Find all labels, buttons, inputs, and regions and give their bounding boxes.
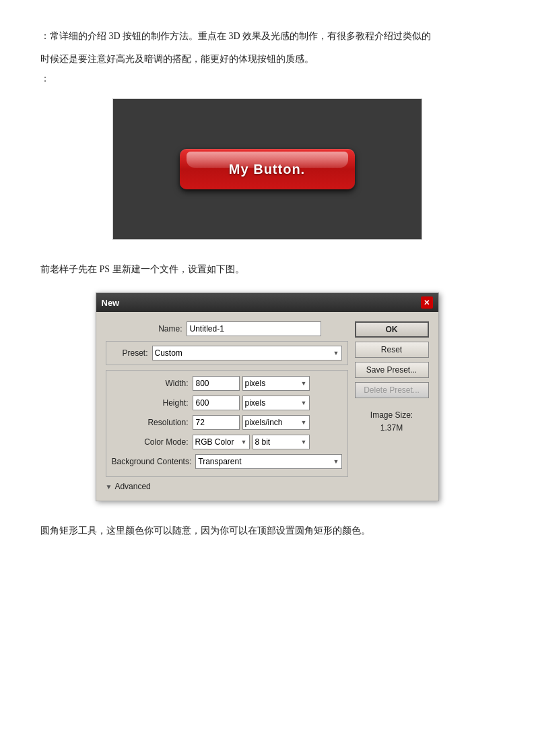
height-row: Height: pixels inches cm: [112, 396, 342, 410]
dialog-titlebar: New ✕: [96, 293, 438, 312]
width-row: Width: pixels inches cm: [112, 376, 342, 391]
dialog-close-button[interactable]: ✕: [421, 296, 433, 309]
width-unit-wrapper: pixels inches cm: [242, 376, 310, 391]
color-mode-select-wrapper: RGB Color Grayscale CMYK Color: [193, 435, 250, 449]
name-label: Name:: [106, 324, 187, 334]
advanced-chevron-icon: ▼: [106, 483, 112, 491]
advanced-row: ▼ Advanced: [106, 482, 348, 491]
save-preset-button[interactable]: Save Preset...: [355, 362, 429, 378]
color-mode-select[interactable]: RGB Color Grayscale CMYK Color: [193, 435, 250, 449]
bg-contents-row: Background Contents: Transparent White B…: [112, 454, 342, 469]
height-unit-wrapper: pixels inches cm: [242, 396, 310, 410]
preset-select[interactable]: Custom Default Photoshop Size US Paper: [152, 346, 342, 360]
name-row: Name:: [106, 321, 348, 336]
preset-select-wrapper: Custom Default Photoshop Size US Paper: [152, 346, 342, 360]
inner-form: Width: pixels inches cm: [106, 370, 348, 477]
bg-contents-select-wrapper: Transparent White Background Color: [195, 454, 341, 469]
width-label: Width:: [112, 379, 193, 388]
dialog-body: Name: Preset: Custom Default Photoshop S…: [96, 312, 438, 501]
intro-line2: 时候还是要注意好高光及暗调的搭配，能更好的体现按钮的质感。: [40, 50, 494, 69]
ps-dialog: New ✕ Name: Preset: Custom Default: [96, 292, 439, 501]
height-value-unit: pixels inches cm: [193, 396, 310, 410]
resolution-unit-wrapper: pixels/inch pixels/cm: [242, 415, 310, 430]
bottom-para: 圆角矩形工具，这里颜色你可以随意，因为你可以在顶部设置圆角矩形的颜色。: [40, 522, 494, 540]
setup-para: 前老样子先在 PS 里新建一个文件，设置如下图。: [40, 260, 494, 279]
width-unit-select[interactable]: pixels inches cm: [242, 376, 310, 391]
preset-label: Preset:: [112, 348, 152, 358]
image-size-section: Image Size: 1.37M: [355, 409, 429, 435]
resolution-label: Resolution:: [112, 418, 193, 427]
height-input[interactable]: [193, 396, 240, 410]
height-label: Height:: [112, 398, 193, 408]
button-preview-wrapper: My Button.: [40, 98, 494, 240]
red-button-label: My Button.: [229, 162, 305, 177]
dialog-right-buttons: OK Reset Save Preset... Delete Preset...…: [355, 321, 429, 491]
dialog-title: New: [102, 298, 120, 308]
intro-line1: ：常详细的介绍 3D 按钮的制作方法。重点在 3D 效果及光感的制作，有很多教程…: [40, 27, 494, 46]
intro-line3: ：: [40, 73, 494, 85]
bg-contents-select[interactable]: Transparent White Background Color: [195, 454, 341, 469]
ok-button[interactable]: OK: [355, 321, 429, 338]
resolution-input[interactable]: [193, 415, 240, 430]
resolution-row: Resolution: pixels/inch pixels/cm: [112, 415, 342, 430]
bg-contents-label: Background Contents:: [112, 457, 196, 466]
image-size-label: Image Size:: [355, 409, 429, 422]
resolution-unit-select[interactable]: pixels/inch pixels/cm: [242, 415, 310, 430]
name-input[interactable]: [187, 321, 321, 336]
bit-depth-select-wrapper: 8 bit 16 bit 32 bit: [253, 435, 310, 449]
color-mode-label: Color Mode:: [112, 437, 193, 447]
red-button[interactable]: My Button.: [180, 149, 355, 189]
dialog-wrapper: New ✕ Name: Preset: Custom Default: [40, 292, 494, 501]
resolution-value-unit: pixels/inch pixels/cm: [193, 415, 310, 430]
preset-row: Preset: Custom Default Photoshop Size US…: [106, 341, 348, 365]
image-size-value: 1.37M: [355, 422, 429, 435]
color-mode-inputs: RGB Color Grayscale CMYK Color 8 bit 16 …: [193, 435, 310, 449]
button-preview-box: My Button.: [112, 98, 422, 240]
reset-button[interactable]: Reset: [355, 342, 429, 358]
delete-preset-button[interactable]: Delete Preset...: [355, 382, 429, 398]
bit-depth-select[interactable]: 8 bit 16 bit 32 bit: [253, 435, 310, 449]
width-input[interactable]: [193, 376, 240, 391]
height-unit-select[interactable]: pixels inches cm: [242, 396, 310, 410]
dialog-left-form: Name: Preset: Custom Default Photoshop S…: [106, 321, 348, 491]
color-mode-row: Color Mode: RGB Color Grayscale CMYK Col…: [112, 435, 342, 449]
width-value-unit: pixels inches cm: [193, 376, 310, 391]
advanced-label: Advanced: [114, 482, 150, 491]
